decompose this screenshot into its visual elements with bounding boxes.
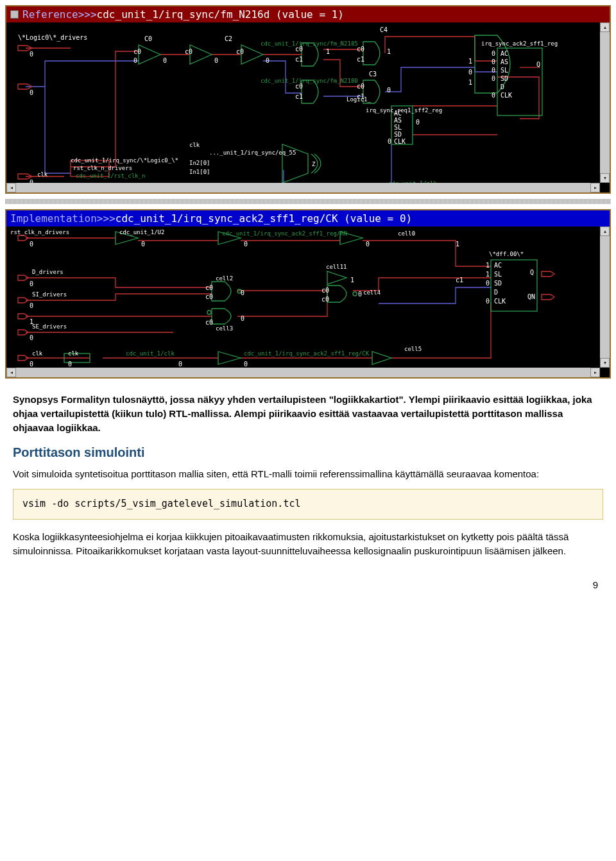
irq-req-label: irq_sync_req1_sff2_reg <box>366 107 442 114</box>
page-number: 9 <box>0 574 616 597</box>
cell5-label: cell5 <box>404 346 422 352</box>
rst-drivers-label-2: rst_clk_n_drivers <box>10 229 69 235</box>
logic0-label: cdc_unit_1/irq_sync/\*Logic0_\* <box>71 157 178 164</box>
scrollbar-horizontal-2[interactable]: ◂ ▸ <box>6 368 600 377</box>
rst-drivers-label: rst_clk_n_drivers <box>73 165 132 171</box>
document-body: Synopsys Formalityn tulosnäyttö, jossa n… <box>0 384 616 574</box>
se-drivers-label: SE_drivers <box>32 323 67 330</box>
implementation-title-prefix: Implementation>>> <box>10 212 116 225</box>
implementation-title-path: cdc_unit_1/irq_sync_ack2_sff1_reg/CK (va… <box>116 212 412 225</box>
scroll-up-icon[interactable]: ▴ <box>600 22 610 32</box>
section-heading: Porttitason simulointi <box>13 443 603 462</box>
reference-schematic-window: Reference>>> cdc_unit_1/irq_sync/fm_N216… <box>5 5 611 194</box>
cell11-label: cell11 <box>326 264 347 270</box>
u2-label: cdc_unit_1/U2 <box>119 229 164 235</box>
paragraph-2: Koska logiikkasynteesiohjelma ei korjaa … <box>13 530 603 558</box>
scrollbar-horizontal[interactable]: ◂ ▸ <box>6 183 600 192</box>
scroll-right-icon[interactable]: ▸ <box>590 183 600 192</box>
window-icon[interactable] <box>10 10 19 19</box>
eq55-label: ..._unit_1/irq_sync/eq_55 <box>209 149 296 156</box>
scroll-left-icon[interactable]: ◂ <box>6 368 16 377</box>
scroll-down-icon[interactable]: ▾ <box>600 173 610 183</box>
dff-label: \*dff.00\* <box>489 251 524 257</box>
n2185-label: cdc_unit_1/irq_sync/fm_N2185 <box>261 40 358 47</box>
figure-caption: Synopsys Formalityn tulosnäyttö, jossa n… <box>13 393 603 434</box>
pane-divider[interactable] <box>5 199 611 204</box>
implementation-schematic-window: Implementation>>> cdc_unit_1/irq_sync_ac… <box>5 209 611 379</box>
scrollbar-vertical-2[interactable]: ▴ ▾ <box>600 226 610 368</box>
reference-title-prefix: Reference>>> <box>22 8 97 21</box>
scroll-right-icon[interactable]: ▸ <box>590 368 600 377</box>
cell2-label: cell2 <box>216 275 233 282</box>
svg-point-5 <box>353 292 357 296</box>
scrollbar-vertical[interactable]: ▴ ▾ <box>600 22 610 183</box>
logic-drivers-label: \*Logic0\*_drivers <box>18 34 87 41</box>
paragraph-1: Voit simuloida syntetisoitua porttitason… <box>13 467 603 481</box>
clk-label: clk <box>37 171 47 178</box>
reference-title-bar: Reference>>> cdc_unit_1/irq_sync/fm_N216… <box>6 6 610 22</box>
code-snippet: vsim -do scripts/5_vsim_gatelevel_simula… <box>13 489 603 520</box>
implementation-title-bar: Implementation>>> cdc_unit_1/irq_sync_ac… <box>6 210 610 226</box>
clk-text: clk <box>189 142 200 148</box>
ack-ck-label: cdc_unit_1/irq_sync_ack2_sff1_reg/CK <box>244 350 369 357</box>
d-drivers-label: D_drivers <box>32 269 64 275</box>
scroll-left-icon[interactable]: ◂ <box>6 183 16 192</box>
cdc-clk-label-2: cdc_unit_1/clk <box>126 350 175 357</box>
svg-point-4 <box>207 311 211 314</box>
n2180-label: cdc_unit_1/irq_sync/fm_N2180 <box>261 78 358 84</box>
irq-ack-label: irq_sync_ack2_sff1_reg <box>481 40 558 47</box>
reference-canvas[interactable]: \*Logic0\*_drivers clk cdc_unit_1/irq_sy… <box>6 22 610 192</box>
si-drivers-label: SI_drivers <box>32 291 67 298</box>
scroll-up-icon[interactable]: ▴ <box>600 226 610 236</box>
scroll-down-icon[interactable]: ▾ <box>600 358 610 368</box>
ack-rn-label: cdc_unit_1/irq_sync_ack2_sff1_reg/RN <box>222 230 347 237</box>
cell0-label: cell0 <box>398 230 415 237</box>
implementation-canvas[interactable]: rst_clk_n_drivers cdc_unit_1/U2 cdc_unit… <box>6 226 610 377</box>
cell4-label: cell4 <box>363 289 381 296</box>
rst-clk-label: cdc_unit_1/rst_clk_n <box>76 173 145 179</box>
cell3-label: cell3 <box>216 325 233 332</box>
reference-title-path: cdc_unit_1/irq_sync/fm_N216d (value = 1) <box>97 8 344 21</box>
clk-label-2: clk <box>68 350 78 357</box>
clk-label-1: clk <box>32 350 42 357</box>
